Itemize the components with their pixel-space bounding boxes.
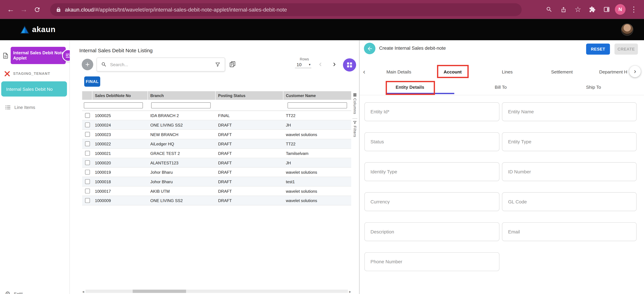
row-checkbox[interactable] [85,189,90,194]
description-field[interactable] [364,222,500,241]
sidebar-item-settings[interactable]: ⚙ Setti [5,289,23,294]
tabs-scroll-right-button[interactable]: › [629,66,641,77]
cell-customer-name: Tamilselvam [284,151,351,156]
url-path: /#/applets/tnt/wavelet/erp/internal-sale… [94,6,287,12]
row-checkbox[interactable] [85,179,90,184]
table-row[interactable]: 1000025 IDA BRANCH 2 FINAL TT22 [82,111,351,120]
sidebar-item-line-items[interactable]: Line Items [5,103,35,112]
table-row[interactable]: 1000018 Johor Bharu DRAFT test1 [82,177,351,186]
sidebar: Internal Sales Debit Note Applet STAGING… [0,40,70,294]
detail-title: Create Internal Sales debit-note [379,46,446,50]
table-row[interactable]: 1000024 ONE LIVING SS2 DRAFT JH [82,120,351,130]
tab-account[interactable]: Account [444,65,462,79]
browser-profile-avatar[interactable]: N [615,4,626,15]
subtab-bill-to[interactable]: Bill To [495,80,507,94]
phone-number-field[interactable] [364,252,500,271]
cell-posting-status: DRAFT [216,179,284,184]
tab-lines[interactable]: Lines [502,65,513,79]
gl-code-field[interactable] [502,192,636,211]
extensions-puzzle-icon[interactable] [586,3,598,16]
sidebar-item-tenant[interactable]: STAGING_TENANT [4,69,50,78]
reset-button[interactable]: RESET [586,44,610,55]
identity-type-field[interactable] [364,162,500,181]
filter-input-debitnote-no[interactable] [84,102,143,108]
side-panel-icon[interactable] [600,3,613,16]
sidebar-item-internal-sales-debit-note[interactable]: Internal Sales Debit No [1,81,67,96]
filter-input-customer-name[interactable] [288,102,347,108]
filters-strip-button[interactable]: Filters [353,126,357,137]
listing-table: Sales DebitNote No Branch Posting Status… [82,91,351,206]
row-checkbox[interactable] [85,113,90,118]
pagination-prev-button[interactable]: ‹ [317,59,324,69]
bookmark-star-icon[interactable]: ☆ [572,3,584,16]
table-row[interactable]: 1000020 ALANTEST123 DRAFT JH [82,158,351,168]
tab-main-details[interactable]: Main Details [386,65,411,79]
column-header[interactable]: Sales DebitNote No [92,91,148,100]
final-filter-chip[interactable]: FINAL [84,76,100,87]
cell-branch: ONE LIVING SS2 [148,123,216,127]
browser-refresh-button[interactable] [30,3,44,16]
table-row[interactable]: 1000021 GRACE TEST 2 DRAFT Tamilselvam [82,149,351,158]
row-checkbox[interactable] [85,160,90,165]
cell-posting-status: DRAFT [216,151,284,156]
back-button[interactable] [364,43,376,54]
cell-branch: AKIB UTM [148,189,216,194]
cell-posting-status: DRAFT [216,160,284,165]
create-button[interactable]: CREATE [614,44,638,55]
tab-settlement[interactable]: Settlement [551,65,572,79]
row-checkbox[interactable] [85,151,90,156]
tab-department[interactable]: Department H [599,65,628,79]
columns-strip-button[interactable]: Columns [353,98,357,114]
akaun-logo[interactable]: akaun [20,25,56,34]
table-row[interactable]: 1000017 AKIB UTM DRAFT wavelet solutions [82,186,351,196]
row-checkbox[interactable] [85,170,90,174]
sidebar-item-applet[interactable]: Internal Sales Debit Note Applet [0,47,66,64]
grid-view-button[interactable] [343,58,356,72]
filter-input-branch[interactable] [151,102,211,108]
browser-menu-dots-icon[interactable]: ⋮ [628,3,640,16]
tabs-scroll-left-icon[interactable]: ‹ [363,65,365,79]
scroll-left-arrow[interactable]: ◂ [82,289,84,294]
cell-customer-name: TT22 [284,142,351,146]
table-row[interactable]: 1000023 NEW BRANCH DRAFT wavelet solutio… [82,130,351,139]
row-checkbox[interactable] [85,122,90,128]
status-field[interactable] [364,132,500,151]
row-checkbox[interactable] [85,141,90,146]
document-icon [0,47,11,64]
row-checkbox[interactable] [85,198,90,203]
search-input[interactable] [110,62,212,67]
zoom-icon[interactable] [543,3,555,16]
email-field[interactable] [502,222,636,241]
active-subtab-indicator [386,93,454,94]
currency-field[interactable] [364,192,500,211]
column-header[interactable]: Posting Status [216,91,284,100]
detail-tabs: ‹ Main Details Account Lines Settlement … [360,65,644,79]
add-record-button[interactable]: + [82,59,93,70]
rows-per-page-select[interactable]: 10 ▾ [295,62,312,68]
entity-name-field[interactable] [502,102,636,121]
share-icon[interactable] [557,3,570,16]
scrollbar-thumb[interactable] [133,290,186,293]
browser-forward-button[interactable]: → [17,3,30,16]
grid-icon [347,62,352,67]
copy-pages-icon[interactable] [229,61,236,67]
scrollbar-track[interactable] [86,290,348,293]
browser-back-button[interactable]: ← [4,3,17,16]
scroll-right-arrow[interactable]: ▸ [349,289,351,294]
id-number-field[interactable] [502,162,636,181]
table-row[interactable]: 1000022 AiLedger HQ DRAFT TT22 [82,139,351,149]
address-bar[interactable]: akaun.cloud/#/applets/tnt/wavelet/erp/in… [50,3,522,16]
user-avatar[interactable] [621,24,634,36]
row-checkbox[interactable] [85,132,90,137]
column-header[interactable]: Customer Name [284,91,351,100]
subtab-ship-to[interactable]: Ship To [586,80,601,94]
table-row[interactable]: 1000009 ONE LIVING SS2 DRAFT wavelet sol… [82,196,351,206]
entity-id-field[interactable] [364,102,500,121]
table-header-row: Sales DebitNote No Branch Posting Status… [82,91,351,100]
subtab-entity-details[interactable]: Entity Details [396,80,424,94]
filter-funnel-icon[interactable] [215,62,221,67]
table-row[interactable]: 1000019 Johor Bharu DRAFT wavelet soluti… [82,168,351,177]
pagination-next-button[interactable]: › [331,59,338,69]
entity-type-field[interactable] [502,132,636,151]
column-header[interactable]: Branch [148,91,216,100]
